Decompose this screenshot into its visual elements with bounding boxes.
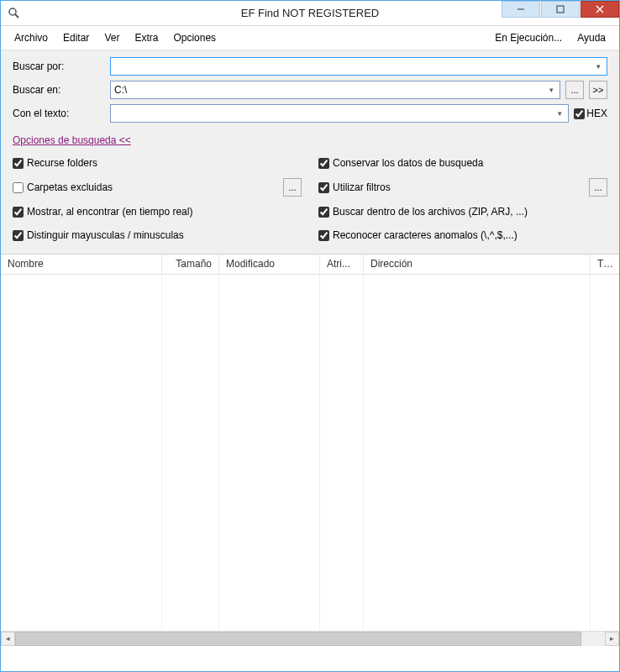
recurse-folders-checkbox[interactable] bbox=[13, 158, 24, 169]
buscar-dentro-checkbox[interactable] bbox=[318, 207, 329, 218]
col-direccion[interactable]: Dirección bbox=[364, 255, 591, 274]
buscar-por-label: Buscar por: bbox=[13, 60, 105, 72]
recurse-folders-label: Recurse folders bbox=[27, 157, 97, 169]
distinguir-may-label: Distinguir mayusculas / minusculas bbox=[27, 229, 184, 241]
scroll-right-icon[interactable]: ▸ bbox=[605, 632, 619, 646]
menu-en-ejecucion[interactable]: En Ejecución... bbox=[488, 29, 569, 46]
reconocer-anom-checkbox[interactable] bbox=[318, 230, 329, 241]
col-tamano[interactable]: Tamaño bbox=[162, 255, 219, 274]
dropdown-arrow-icon: ▾ bbox=[553, 107, 566, 120]
carpetas-excluidas-label: Carpetas excluidas bbox=[27, 181, 113, 193]
menu-editar[interactable]: Editar bbox=[56, 29, 96, 46]
mostrar-encontrar-checkbox[interactable] bbox=[13, 207, 24, 218]
minimize-button[interactable] bbox=[502, 1, 540, 18]
browse-button[interactable]: ... bbox=[565, 81, 584, 99]
dropdown-arrow-icon: ▾ bbox=[591, 60, 605, 73]
buscar-por-combo[interactable]: ▾ bbox=[110, 57, 607, 76]
app-icon bbox=[8, 7, 21, 20]
menu-extra[interactable]: Extra bbox=[128, 29, 165, 46]
reconocer-anom-label: Reconocer caracteres anomalos (\,^,$,...… bbox=[333, 229, 518, 241]
col-atri[interactable]: Atri... bbox=[320, 255, 364, 274]
carpetas-excluidas-checkbox[interactable] bbox=[13, 182, 24, 193]
search-form: Buscar por: ▾ Buscar en: C:\ ▾ ... >> Co… bbox=[1, 50, 619, 255]
menu-opciones[interactable]: Opciones bbox=[166, 29, 223, 46]
mostrar-encontrar-label: Mostrar, al encontrar (en tiempo real) bbox=[27, 206, 192, 218]
maximize-button[interactable] bbox=[541, 1, 580, 18]
scroll-track[interactable] bbox=[15, 632, 605, 646]
conservar-datos-label: Conservar los datos de busqueda bbox=[333, 157, 483, 169]
col-tip[interactable]: Tip bbox=[591, 255, 616, 274]
svg-line-1 bbox=[15, 14, 18, 18]
options-grid: Recurse folders Carpetas excluidas ... M… bbox=[13, 155, 607, 244]
hex-checkbox[interactable] bbox=[574, 108, 585, 119]
dropdown-arrow-icon: ▾ bbox=[544, 83, 558, 97]
svg-rect-3 bbox=[557, 6, 564, 13]
menu-ayuda[interactable]: Ayuda bbox=[570, 29, 612, 46]
horizontal-scrollbar[interactable]: ◂ ▸ bbox=[1, 631, 619, 645]
col-modificado[interactable]: Modificado bbox=[219, 255, 320, 274]
forward-button[interactable]: >> bbox=[589, 81, 607, 99]
con-texto-label: Con el texto: bbox=[13, 108, 105, 119]
utilizar-filtros-button[interactable]: ... bbox=[589, 178, 607, 197]
conservar-datos-checkbox[interactable] bbox=[318, 158, 329, 169]
buscar-en-value: C:\ bbox=[114, 84, 127, 96]
utilizar-filtros-checkbox[interactable] bbox=[318, 182, 329, 193]
close-button[interactable] bbox=[581, 1, 619, 18]
results-list: Nombre Tamaño Modificado Atri... Direcci… bbox=[1, 255, 619, 631]
scroll-thumb[interactable] bbox=[15, 632, 581, 646]
con-texto-combo[interactable]: ▾ bbox=[110, 104, 569, 123]
results-body bbox=[1, 275, 619, 631]
scroll-left-icon[interactable]: ◂ bbox=[1, 632, 15, 646]
menubar: Archivo Editar Ver Extra Opciones En Eje… bbox=[1, 26, 619, 50]
titlebar: EF Find NOT REGISTERED bbox=[1, 1, 619, 26]
utilizar-filtros-label: Utilizar filtros bbox=[333, 181, 391, 193]
svg-point-0 bbox=[9, 8, 16, 15]
results-header: Nombre Tamaño Modificado Atri... Direcci… bbox=[1, 255, 619, 275]
search-options-link[interactable]: Opciones de busqueda << bbox=[13, 134, 131, 146]
col-nombre[interactable]: Nombre bbox=[1, 255, 162, 274]
distinguir-may-checkbox[interactable] bbox=[13, 230, 24, 241]
buscar-en-label: Buscar en: bbox=[13, 84, 105, 96]
buscar-dentro-label: Buscar dentro de los archivos (ZIP, ARJ,… bbox=[333, 206, 528, 218]
hex-label: HEX bbox=[586, 108, 607, 119]
window-controls bbox=[502, 1, 619, 25]
carpetas-excluidas-button[interactable]: ... bbox=[283, 178, 302, 197]
hex-checkbox-wrap[interactable]: HEX bbox=[574, 108, 607, 119]
buscar-en-combo[interactable]: C:\ ▾ bbox=[110, 81, 560, 99]
menu-ver[interactable]: Ver bbox=[97, 29, 126, 46]
menu-archivo[interactable]: Archivo bbox=[8, 29, 55, 46]
